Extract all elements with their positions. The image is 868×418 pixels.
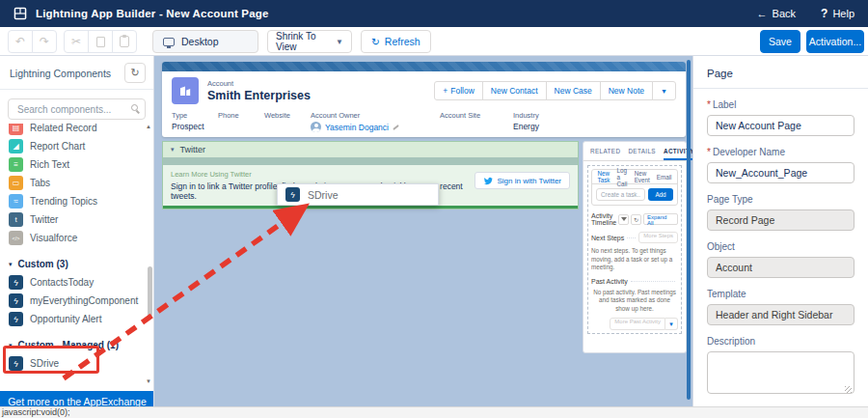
subtab-email[interactable]: Email [653, 174, 675, 181]
description-textarea[interactable] [707, 351, 854, 394]
field-type-value: Prospect [172, 122, 204, 131]
new-note-button[interactable]: New Note [600, 81, 653, 100]
chevron-down-icon: ▾ [9, 342, 13, 349]
entity-label: Account [207, 79, 311, 88]
sidebar-item-report-chart[interactable]: ◢Report Chart [9, 137, 153, 155]
sdrive-drag-ghost[interactable]: ϟ SDrive [277, 183, 439, 206]
chevron-down-icon: ▾ [9, 261, 13, 268]
page-title: Lightning App Builder - New Account Page [36, 8, 269, 19]
drop-placeholder-bar [163, 157, 578, 165]
subtab-log-a-call[interactable]: Log a Call [613, 167, 631, 187]
sidebar-item-contactstoday[interactable]: ϟContactsToday [9, 273, 153, 292]
follow-button[interactable]: +Follow [434, 81, 483, 100]
custom-component-icon: ϟ [285, 187, 300, 202]
page-properties-panel: Page *Label *Developer Name Page Type Ob… [692, 56, 868, 406]
sidebar-item-rich-text[interactable]: ≡Rich Text [9, 155, 153, 174]
paste-icon [120, 36, 129, 47]
developer-name-input[interactable] [707, 162, 854, 183]
developer-name-field-label: *Developer Name [707, 147, 854, 157]
twitter-icon: t [9, 212, 23, 227]
sidebar-item-trending-topics[interactable]: ≈Trending Topics [9, 192, 153, 210]
record-actions: +Follow New Contact New Case New Note ▼ [434, 81, 676, 100]
record-fields: TypeProspect Phone Website Account Owner… [162, 104, 686, 132]
shrink-to-view-dropdown[interactable]: Shrink To View ▼ [267, 30, 352, 53]
undo-button[interactable]: ↶ [8, 30, 33, 53]
edit-pencil-icon[interactable] [393, 124, 399, 129]
new-contact-button[interactable]: New Contact [482, 81, 547, 100]
custom-section-header[interactable]: ▾Custom (3) [9, 255, 153, 273]
copy-button[interactable] [88, 30, 113, 53]
twitter-headline: Learn More Using Twitter [171, 170, 475, 179]
copy-icon [96, 37, 105, 47]
title-bar: Lightning App Builder - New Account Page… [0, 0, 868, 27]
appexchange-button[interactable]: Get more on the AppExchange [0, 391, 154, 406]
cut-icon: ✂ [71, 35, 81, 48]
scroll-down-arrow[interactable]: ▼ [146, 378, 151, 384]
refresh-icon: ↻ [634, 216, 638, 223]
expand-all-button[interactable]: Expand All [643, 213, 678, 225]
search-icon [131, 104, 138, 111]
label-field-label: *Label [707, 99, 854, 110]
search-components-input[interactable] [8, 98, 146, 120]
rich-text-icon: ≡ [9, 157, 23, 172]
refresh-button[interactable]: ↻ Refresh [361, 30, 431, 53]
cut-button[interactable]: ✂ [64, 30, 89, 53]
help-button[interactable]: ?Help [821, 7, 854, 20]
refresh-icon: ↻ [371, 36, 380, 47]
browser-status-bar: javascript:void(0); [0, 406, 868, 418]
undo-icon: ↶ [15, 35, 25, 48]
app-builder-icon [14, 7, 27, 20]
paste-button[interactable] [112, 30, 137, 53]
redo-button[interactable]: ↷ [32, 30, 57, 53]
chevron-down-icon: ▼ [336, 38, 343, 46]
plus-icon: + [443, 86, 448, 96]
help-icon: ? [821, 7, 827, 20]
create-task-input[interactable] [596, 188, 645, 201]
desktop-view-button[interactable]: Desktop [152, 30, 258, 53]
sidebar-item-related-record[interactable]: ▤Related Record [9, 124, 153, 137]
refresh-timeline-button[interactable]: ↻ [631, 214, 641, 225]
sidebar-item-myeverythingcomponent[interactable]: ϟmyEverythingComponent [9, 292, 153, 310]
label-input[interactable] [707, 115, 854, 136]
template-input [707, 304, 854, 325]
sidebar-item-visualforce[interactable]: </>Visualforce [9, 229, 153, 247]
more-actions-button[interactable]: ▼ [652, 81, 676, 100]
subtab-new-task[interactable]: New Task [594, 170, 613, 183]
save-button[interactable]: Save [760, 30, 800, 53]
back-button[interactable]: ←Back [757, 7, 796, 20]
subtab-new-event[interactable]: New Event [631, 170, 653, 183]
activation-button[interactable]: Activation... [806, 30, 864, 53]
more-steps-button[interactable]: More Steps [638, 232, 678, 243]
chevron-down-icon[interactable]: ▾ [171, 146, 175, 153]
twitter-bird-icon [483, 176, 493, 185]
highlights-panel[interactable]: Account Smith Enterprises +Follow New Co… [162, 62, 686, 137]
account-icon [172, 77, 199, 104]
properties-title: Page [693, 68, 868, 89]
sidebar-item-tabs[interactable]: ▭Tabs [9, 174, 153, 192]
custom-managed-section-header[interactable]: ▾Custom - Managed (1) [9, 336, 153, 354]
refresh-icon: ↻ [130, 67, 139, 79]
scroll-up-arrow[interactable]: ▲ [146, 124, 151, 129]
page-canvas: Account Smith Enterprises +Follow New Co… [154, 56, 692, 406]
page-type-input [707, 209, 854, 231]
activity-panel[interactable]: RELATED DETAILS ACTIVITY New Task Log a … [583, 141, 687, 353]
new-case-button[interactable]: New Case [546, 81, 601, 100]
sidebar-item-opportunity-alert[interactable]: ϟOpportunity Alert [9, 310, 153, 328]
desktop-icon [163, 38, 175, 46]
add-task-button[interactable]: Add [648, 188, 673, 201]
filter-button[interactable] [618, 214, 629, 225]
owner-link[interactable]: Yasemin Doganci [325, 123, 389, 132]
sign-in-with-twitter-button[interactable]: Sign in with Twitter [475, 172, 570, 189]
components-sidebar: Lightning Components ↻ ▤Related Record ◢… [0, 56, 154, 406]
canvas-scrollbar[interactable] [687, 60, 691, 400]
related-record-icon: ▤ [9, 124, 23, 135]
sidebar-scrollbar-thumb[interactable] [148, 266, 152, 317]
lightning-app-builder: Lightning App Builder - New Account Page… [0, 0, 868, 418]
tab-details[interactable]: DETAILS [628, 142, 656, 160]
sidebar-item-sdrive[interactable]: ϟSDrive [9, 354, 153, 373]
more-past-dropdown-button[interactable]: ▼ [665, 318, 678, 330]
sidebar-item-twitter[interactable]: tTwitter [9, 210, 153, 229]
more-past-activity-button[interactable]: More Past Activity [610, 318, 665, 330]
refresh-components-button[interactable]: ↻ [124, 63, 146, 83]
tab-related[interactable]: RELATED [590, 142, 620, 160]
